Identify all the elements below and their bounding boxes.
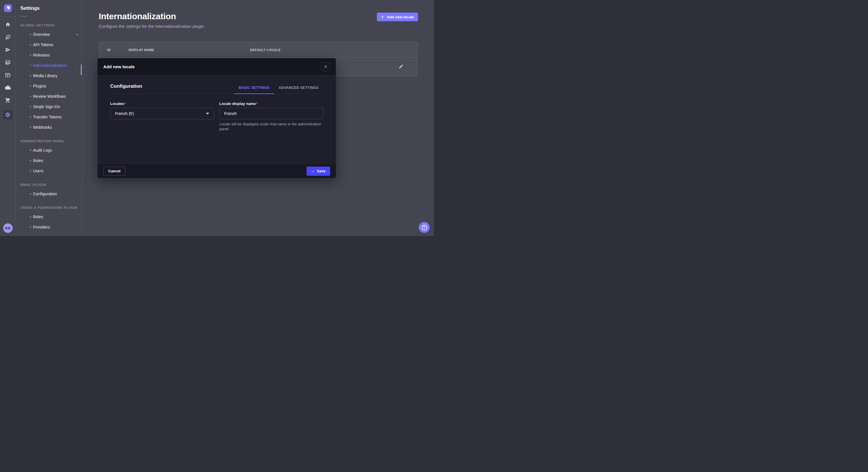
display-name-helper-text: Locale will be displayed under that name… xyxy=(219,122,323,131)
settings-tabs: BASIC SETTINGS ADVANCED SETTINGS xyxy=(234,86,323,94)
column-header-display-name: DISPLAY NAME xyxy=(129,48,154,52)
sidebar-item-users[interactable]: Users xyxy=(20,166,82,176)
bullet-icon xyxy=(30,96,31,97)
bullet-icon xyxy=(30,116,31,117)
sidebar-item-webhooks[interactable]: Webhooks xyxy=(20,122,82,133)
help-button[interactable]: ? xyxy=(419,222,430,233)
sidebar-item-providers[interactable]: Providers xyxy=(20,222,82,232)
sidebar-item-internationalization[interactable]: Internationalization xyxy=(20,60,82,71)
close-button[interactable] xyxy=(321,62,330,71)
rail-bottom-divider xyxy=(0,220,16,220)
section-label: EMAIL PLUGIN xyxy=(20,183,82,187)
add-new-locale-button[interactable]: Add new locale xyxy=(377,12,418,21)
sidebar-item-admin-roles[interactable]: Roles xyxy=(20,156,82,166)
subnav-title: Settings xyxy=(20,5,82,11)
settings-gear-icon[interactable] xyxy=(3,110,12,120)
bullet-icon xyxy=(30,44,31,45)
modal-header: Add new locale xyxy=(98,58,336,75)
bullet-icon xyxy=(30,75,31,76)
locales-select[interactable]: French (fr) xyxy=(110,108,214,119)
display-name-field: Locale display name* Locale will be disp… xyxy=(219,102,323,131)
checkmark-icon xyxy=(311,169,315,173)
locales-select-value: French (fr) xyxy=(115,111,134,116)
add-new-locale-modal: Add new locale Configuration BASIC SETTI… xyxy=(98,58,336,178)
modal-footer: Cancel Save xyxy=(98,164,336,178)
modal-body: Configuration BASIC SETTINGS ADVANCED SE… xyxy=(98,75,336,164)
content-type-builder-icon[interactable] xyxy=(5,72,11,78)
cancel-button[interactable]: Cancel xyxy=(103,167,125,176)
releases-send-icon[interactable] xyxy=(5,47,11,53)
question-mark-icon: ? xyxy=(422,225,427,230)
cloud-icon[interactable] xyxy=(5,85,11,91)
sidebar-item-single-sign-on[interactable]: Single Sign-On xyxy=(20,102,82,112)
configuration-heading: Configuration xyxy=(110,83,142,94)
column-header-id: ID xyxy=(107,48,111,52)
bullet-icon xyxy=(30,55,31,56)
section-email-plugin: EMAIL PLUGIN Configuration xyxy=(20,183,82,199)
section-administration-panel: ADMINISTRATION PANEL Audit Logs Roles Us… xyxy=(20,139,82,176)
page-title: Internationalization xyxy=(99,11,418,21)
bullet-icon xyxy=(30,227,31,228)
locales-field: Locales* French (fr) xyxy=(110,102,214,131)
tab-advanced-settings[interactable]: ADVANCED SETTINGS xyxy=(274,86,323,94)
sidebar-item-releases[interactable]: Releases xyxy=(20,50,82,60)
save-button[interactable]: Save xyxy=(307,167,330,176)
display-name-input[interactable] xyxy=(219,108,323,119)
column-header-default-locale: DEFAULT LOCALE xyxy=(250,48,281,52)
notification-dot-icon xyxy=(76,34,78,35)
bullet-icon xyxy=(30,65,31,66)
required-asterisk: * xyxy=(256,102,257,106)
bullet-icon xyxy=(30,170,31,171)
sidebar-item-review-workflows[interactable]: Review Workflows xyxy=(20,91,82,102)
tab-basic-settings[interactable]: BASIC SETTINGS xyxy=(234,86,274,94)
sidebar-item-email-configuration[interactable]: Configuration xyxy=(20,189,82,199)
sidebar-item-up-roles[interactable]: Roles xyxy=(20,212,82,222)
close-icon xyxy=(324,65,327,68)
bullet-icon xyxy=(30,160,31,161)
sidebar-item-audit-logs[interactable]: Audit Logs xyxy=(20,145,82,156)
bullet-icon xyxy=(30,216,31,217)
marketplace-cart-icon[interactable] xyxy=(5,97,11,103)
bullet-icon xyxy=(30,86,31,87)
chevron-down-icon xyxy=(206,113,209,115)
sidebar-item-overview[interactable]: Overview xyxy=(20,29,82,40)
bullet-icon xyxy=(30,34,31,35)
locales-label: Locales* xyxy=(110,102,214,106)
page-subtitle: Configure the settings for the Internati… xyxy=(99,24,418,29)
strapi-logo[interactable] xyxy=(4,4,12,12)
section-global-settings: GLOBAL SETTINGS Overview API Tokens Rele… xyxy=(20,24,82,133)
section-label: ADMINISTRATION PANEL xyxy=(20,139,82,143)
display-name-label: Locale display name* xyxy=(219,102,323,106)
bullet-icon xyxy=(30,193,31,194)
section-label: GLOBAL SETTINGS xyxy=(20,24,82,27)
table-header-row: ID DISPLAY NAME DEFAULT LOCALE xyxy=(99,42,417,58)
content-manager-feather-icon[interactable] xyxy=(5,34,11,40)
main-nav-rail: KD xyxy=(0,0,16,236)
required-asterisk: * xyxy=(124,102,126,106)
page-header: Internationalization Configure the setti… xyxy=(82,0,434,29)
subnav-scrollbar[interactable] xyxy=(81,64,82,75)
home-icon[interactable] xyxy=(5,22,11,28)
settings-subnav: Settings GLOBAL SETTINGS Overview API To… xyxy=(16,0,82,236)
app-window: KD Settings GLOBAL SETTINGS Overview API… xyxy=(0,0,434,236)
edit-pencil-icon[interactable] xyxy=(398,64,404,70)
media-library-icon[interactable] xyxy=(5,59,11,65)
section-label: USERS & PERMISSIONS PLUGIN xyxy=(20,206,82,209)
sidebar-item-api-tokens[interactable]: API Tokens xyxy=(20,40,82,50)
sidebar-item-plugins[interactable]: Plugins xyxy=(20,81,82,91)
subnav-title-divider xyxy=(20,16,27,16)
sidebar-item-media-library[interactable]: Media Library xyxy=(20,71,82,81)
modal-title: Add new locale xyxy=(103,64,135,69)
strapi-logo-icon xyxy=(6,6,10,10)
plus-icon xyxy=(381,15,384,19)
bullet-icon xyxy=(30,106,31,107)
sidebar-item-transfer-tokens[interactable]: Transfer Tokens xyxy=(20,112,82,122)
user-avatar[interactable]: KD xyxy=(3,224,12,233)
section-users-permissions-plugin: USERS & PERMISSIONS PLUGIN Roles Provide… xyxy=(20,206,82,232)
bullet-icon xyxy=(30,127,31,128)
bullet-icon xyxy=(30,150,31,151)
